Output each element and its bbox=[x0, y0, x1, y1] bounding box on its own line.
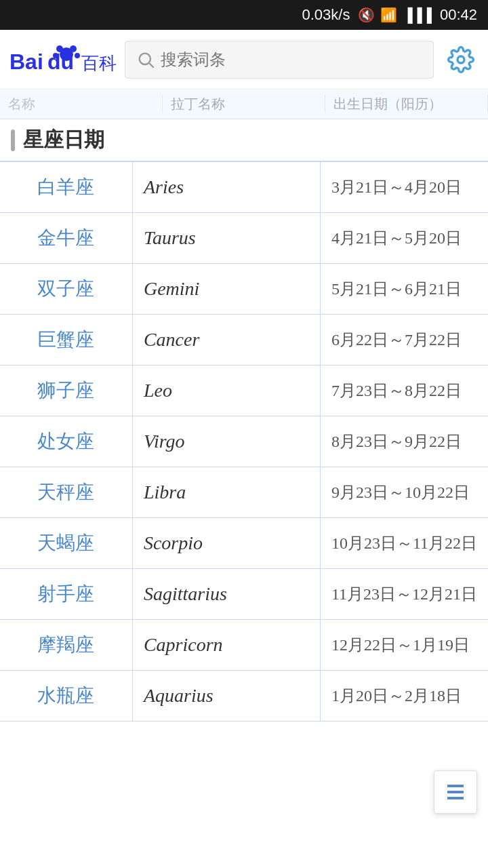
zodiac-latin-name: Libra bbox=[132, 467, 320, 518]
zodiac-chinese-name: 摩羯座 bbox=[0, 620, 132, 671]
zodiac-latin-name: Gemini bbox=[132, 264, 320, 315]
zodiac-date-range: 7月23日～8月22日 bbox=[320, 366, 488, 416]
zodiac-date-range: 5月21日～6月21日 bbox=[320, 264, 488, 315]
table-row: 水瓶座Aquarius1月20日～2月18日 bbox=[0, 671, 488, 722]
float-menu-button[interactable] bbox=[434, 770, 477, 814]
clock: 00:42 bbox=[440, 6, 477, 24]
table-row: 白羊座Aries3月21日～4月20日 bbox=[0, 162, 488, 213]
network-speed: 0.03k/s bbox=[302, 6, 350, 24]
table-row: 巨蟹座Cancer6月22日～7月22日 bbox=[0, 315, 488, 366]
search-input[interactable] bbox=[161, 50, 422, 69]
zodiac-latin-name: Aries bbox=[132, 162, 320, 213]
settings-button[interactable] bbox=[442, 41, 480, 79]
zodiac-date-range: 1月20日～2月18日 bbox=[320, 671, 488, 722]
zodiac-date-range: 4月21日～5月20日 bbox=[320, 213, 488, 264]
table-row: 狮子座Leo7月23日～8月22日 bbox=[0, 366, 488, 416]
table-header: 名称 拉丁名称 出生日期（阳历） bbox=[0, 90, 488, 119]
zodiac-date-range: 8月23日～9月22日 bbox=[320, 416, 488, 467]
zodiac-date-range: 9月23日～10月22日 bbox=[320, 467, 488, 518]
zodiac-chinese-name: 白羊座 bbox=[0, 162, 132, 213]
status-bar: 0.03k/s 🔇 📶 ▐▐▐ 00:42 bbox=[0, 0, 488, 30]
section-title: 星座日期 bbox=[0, 119, 488, 162]
status-icons: 🔇 📶 ▐▐▐ bbox=[358, 7, 432, 23]
section-title-text: 星座日期 bbox=[23, 126, 104, 154]
table-row: 射手座Sagittarius11月23日～12月21日 bbox=[0, 569, 488, 620]
svg-text:Bai: Bai bbox=[9, 50, 43, 74]
table-row: 双子座Gemini5月21日～6月21日 bbox=[0, 264, 488, 315]
section-bar-decoration bbox=[11, 130, 15, 151]
svg-text:du: du bbox=[47, 50, 74, 74]
zodiac-date-range: 12月22日～1月19日 bbox=[320, 620, 488, 671]
col-header-name: 名称 bbox=[0, 95, 163, 113]
svg-point-8 bbox=[140, 53, 150, 64]
baidu-logo[interactable]: Bai du 百科 bbox=[8, 39, 117, 80]
zodiac-date-range: 3月21日～4月20日 bbox=[320, 162, 488, 213]
zodiac-latin-name: Taurus bbox=[132, 213, 320, 264]
table-row: 天秤座Libra9月23日～10月22日 bbox=[0, 467, 488, 518]
navbar: Bai du 百科 bbox=[0, 30, 488, 90]
zodiac-latin-name: Sagittarius bbox=[132, 569, 320, 620]
zodiac-latin-name: Scorpio bbox=[132, 518, 320, 569]
table-row: 摩羯座Capricorn12月22日～1月19日 bbox=[0, 620, 488, 671]
zodiac-chinese-name: 水瓶座 bbox=[0, 671, 132, 722]
zodiac-latin-name: Virgo bbox=[132, 416, 320, 467]
wifi-icon: 📶 bbox=[380, 7, 397, 23]
zodiac-table: 白羊座Aries3月21日～4月20日金牛座Taurus4月21日～5月20日双… bbox=[0, 162, 488, 722]
svg-line-9 bbox=[149, 63, 153, 67]
zodiac-latin-name: Capricorn bbox=[132, 620, 320, 671]
table-row: 金牛座Taurus4月21日～5月20日 bbox=[0, 213, 488, 264]
list-icon bbox=[443, 780, 468, 804]
zodiac-latin-name: Leo bbox=[132, 366, 320, 416]
search-bar[interactable] bbox=[125, 41, 434, 79]
zodiac-chinese-name: 射手座 bbox=[0, 569, 132, 620]
svg-point-10 bbox=[458, 56, 464, 63]
zodiac-date-range: 10月23日～11月22日 bbox=[320, 518, 488, 569]
zodiac-chinese-name: 天秤座 bbox=[0, 467, 132, 518]
zodiac-chinese-name: 狮子座 bbox=[0, 366, 132, 416]
zodiac-date-range: 6月22日～7月22日 bbox=[320, 315, 488, 366]
zodiac-chinese-name: 处女座 bbox=[0, 416, 132, 467]
table-row: 天蝎座Scorpio10月23日～11月22日 bbox=[0, 518, 488, 569]
gear-icon bbox=[447, 46, 474, 73]
col-header-date: 出生日期（阳历） bbox=[325, 95, 488, 113]
zodiac-latin-name: Cancer bbox=[132, 315, 320, 366]
zodiac-date-range: 11月23日～12月21日 bbox=[320, 569, 488, 620]
zodiac-chinese-name: 双子座 bbox=[0, 264, 132, 315]
svg-point-5 bbox=[75, 53, 80, 58]
zodiac-chinese-name: 天蝎座 bbox=[0, 518, 132, 569]
mute-icon: 🔇 bbox=[358, 7, 375, 23]
zodiac-chinese-name: 巨蟹座 bbox=[0, 315, 132, 366]
signal-icon: ▐▐▐ bbox=[403, 7, 432, 23]
zodiac-latin-name: Aquarius bbox=[132, 671, 320, 722]
svg-text:百科: 百科 bbox=[81, 53, 117, 73]
search-icon bbox=[136, 50, 155, 69]
table-row: 处女座Virgo8月23日～9月22日 bbox=[0, 416, 488, 467]
zodiac-chinese-name: 金牛座 bbox=[0, 213, 132, 264]
col-header-latin: 拉丁名称 bbox=[163, 95, 325, 113]
